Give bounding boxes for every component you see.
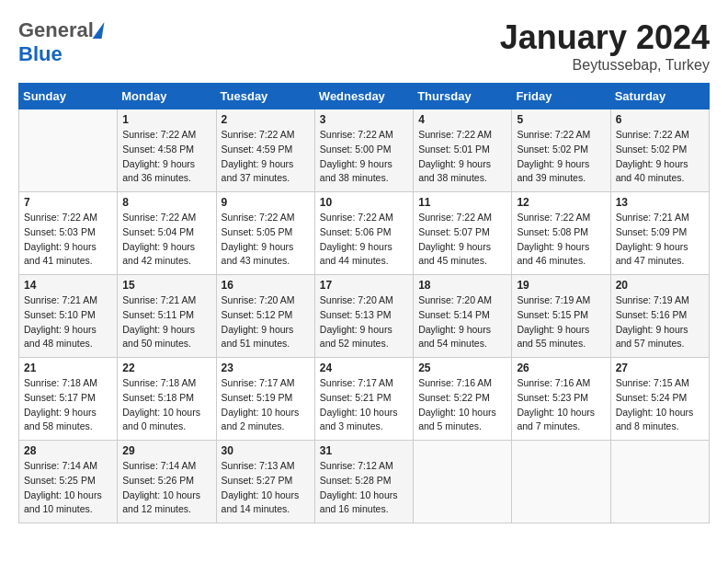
calendar-cell: 10Sunrise: 7:22 AMSunset: 5:06 PMDayligh… — [314, 192, 413, 275]
title-section: January 2024 Beytussebap, Turkey — [500, 18, 710, 74]
calendar-cell: 31Sunrise: 7:12 AMSunset: 5:28 PMDayligh… — [314, 441, 413, 523]
day-detail: Daylight: 10 hours and 12 minutes. — [122, 488, 210, 518]
day-detail: Sunrise: 7:19 AM — [517, 293, 605, 308]
calendar-cell: 9Sunrise: 7:22 AMSunset: 5:05 PMDaylight… — [216, 192, 314, 275]
day-info: Sunrise: 7:14 AMSunset: 5:25 PMDaylight:… — [24, 459, 112, 517]
calendar-cell: 16Sunrise: 7:20 AMSunset: 5:12 PMDayligh… — [216, 275, 314, 358]
day-info: Sunrise: 7:22 AMSunset: 5:06 PMDaylight:… — [320, 211, 408, 269]
day-detail: Daylight: 9 hours and 39 minutes. — [517, 157, 605, 187]
day-detail: Sunrise: 7:22 AM — [517, 211, 605, 225]
day-info: Sunrise: 7:20 AMSunset: 5:13 PMDaylight:… — [320, 293, 408, 351]
calendar-cell: 23Sunrise: 7:17 AMSunset: 5:19 PMDayligh… — [216, 358, 314, 441]
calendar-cell — [610, 441, 709, 523]
day-info: Sunrise: 7:20 AMSunset: 5:14 PMDaylight:… — [418, 293, 506, 351]
calendar-cell: 2Sunrise: 7:22 AMSunset: 4:59 PMDaylight… — [216, 109, 314, 192]
day-detail: Sunset: 5:06 PM — [320, 225, 408, 240]
calendar-week-row: 14Sunrise: 7:21 AMSunset: 5:10 PMDayligh… — [19, 275, 710, 358]
calendar-week-row: 7Sunrise: 7:22 AMSunset: 5:03 PMDaylight… — [19, 192, 710, 275]
day-info: Sunrise: 7:22 AMSunset: 4:59 PMDaylight:… — [222, 128, 310, 186]
calendar-cell — [512, 441, 610, 523]
day-detail: Sunset: 5:00 PM — [320, 143, 408, 157]
calendar-week-row: 1Sunrise: 7:22 AMSunset: 4:58 PMDaylight… — [19, 109, 710, 192]
day-detail: Daylight: 10 hours and 0 minutes. — [122, 406, 210, 435]
day-detail: Sunset: 4:59 PM — [222, 143, 310, 157]
day-detail: Sunrise: 7:22 AM — [320, 128, 408, 143]
day-header-thursday: Thursday — [414, 84, 512, 109]
day-info: Sunrise: 7:22 AMSunset: 5:02 PMDaylight:… — [616, 128, 704, 186]
day-number: 9 — [222, 196, 310, 209]
day-detail: Sunset: 5:01 PM — [418, 143, 506, 157]
day-detail: Sunrise: 7:22 AM — [24, 211, 112, 225]
day-detail: Sunrise: 7:18 AM — [122, 376, 210, 391]
calendar-cell: 25Sunrise: 7:16 AMSunset: 5:22 PMDayligh… — [414, 358, 512, 441]
day-detail: Daylight: 9 hours and 38 minutes. — [418, 157, 506, 187]
day-detail: Sunset: 4:58 PM — [122, 143, 210, 157]
day-detail: Sunset: 5:13 PM — [320, 308, 408, 323]
day-info: Sunrise: 7:19 AMSunset: 5:15 PMDaylight:… — [517, 293, 605, 351]
day-detail: Sunrise: 7:22 AM — [222, 211, 310, 225]
calendar-cell: 29Sunrise: 7:14 AMSunset: 5:26 PMDayligh… — [118, 441, 216, 523]
day-detail: Daylight: 9 hours and 55 minutes. — [517, 323, 605, 352]
day-number: 21 — [24, 362, 112, 374]
day-number: 22 — [122, 362, 210, 374]
calendar-cell: 26Sunrise: 7:16 AMSunset: 5:23 PMDayligh… — [512, 358, 610, 441]
day-detail: Sunrise: 7:17 AM — [320, 376, 408, 391]
day-detail: Sunset: 5:12 PM — [222, 308, 310, 323]
calendar-body: 1Sunrise: 7:22 AMSunset: 4:58 PMDaylight… — [19, 109, 710, 523]
calendar-cell: 13Sunrise: 7:21 AMSunset: 5:09 PMDayligh… — [610, 192, 709, 275]
day-number: 19 — [517, 279, 605, 292]
day-info: Sunrise: 7:22 AMSunset: 5:03 PMDaylight:… — [24, 211, 112, 269]
logo-general: General — [18, 18, 94, 42]
day-detail: Daylight: 10 hours and 10 minutes. — [24, 488, 112, 518]
day-detail: Sunset: 5:08 PM — [517, 225, 605, 240]
day-number: 24 — [320, 362, 408, 374]
day-info: Sunrise: 7:22 AMSunset: 5:05 PMDaylight:… — [222, 211, 310, 269]
logo-triangle-icon — [93, 22, 107, 39]
day-info: Sunrise: 7:22 AMSunset: 5:01 PMDaylight:… — [418, 128, 506, 186]
day-number: 15 — [122, 279, 210, 292]
day-info: Sunrise: 7:22 AMSunset: 5:04 PMDaylight:… — [122, 211, 210, 269]
day-info: Sunrise: 7:21 AMSunset: 5:10 PMDaylight:… — [24, 293, 112, 351]
day-detail: Sunset: 5:19 PM — [222, 391, 310, 406]
page-header: General Blue January 2024 Beytussebap, T… — [18, 18, 710, 74]
calendar-cell: 18Sunrise: 7:20 AMSunset: 5:14 PMDayligh… — [414, 275, 512, 358]
day-detail: Daylight: 9 hours and 40 minutes. — [616, 157, 704, 187]
day-detail: Sunrise: 7:20 AM — [320, 293, 408, 308]
day-number: 30 — [222, 444, 310, 457]
calendar-cell: 7Sunrise: 7:22 AMSunset: 5:03 PMDaylight… — [19, 192, 118, 275]
day-number: 4 — [418, 113, 506, 126]
calendar-cell: 28Sunrise: 7:14 AMSunset: 5:25 PMDayligh… — [19, 441, 118, 523]
day-detail: Daylight: 9 hours and 51 minutes. — [222, 323, 310, 352]
day-info: Sunrise: 7:22 AMSunset: 5:08 PMDaylight:… — [517, 211, 605, 269]
day-detail: Sunset: 5:14 PM — [418, 308, 506, 323]
day-number: 13 — [616, 196, 704, 209]
day-detail: Daylight: 9 hours and 57 minutes. — [616, 323, 704, 352]
day-detail: Sunrise: 7:22 AM — [122, 128, 210, 143]
day-detail: Sunrise: 7:21 AM — [24, 293, 112, 308]
day-detail: Daylight: 10 hours and 7 minutes. — [517, 406, 605, 435]
calendar-table: SundayMondayTuesdayWednesdayThursdayFrid… — [18, 83, 710, 523]
day-detail: Daylight: 10 hours and 2 minutes. — [222, 406, 310, 435]
day-detail: Daylight: 9 hours and 45 minutes. — [418, 240, 506, 270]
day-detail: Sunset: 5:25 PM — [24, 474, 112, 488]
day-header-monday: Monday — [118, 84, 216, 109]
calendar-cell: 1Sunrise: 7:22 AMSunset: 4:58 PMDaylight… — [118, 109, 216, 192]
day-detail: Daylight: 10 hours and 16 minutes. — [320, 488, 408, 518]
day-detail: Sunset: 5:03 PM — [24, 225, 112, 240]
day-detail: Sunrise: 7:13 AM — [222, 459, 310, 474]
calendar-cell: 30Sunrise: 7:13 AMSunset: 5:27 PMDayligh… — [216, 441, 314, 523]
day-detail: Sunset: 5:28 PM — [320, 474, 408, 488]
day-detail: Sunrise: 7:20 AM — [418, 293, 506, 308]
calendar-week-row: 28Sunrise: 7:14 AMSunset: 5:25 PMDayligh… — [19, 441, 710, 523]
calendar-cell: 21Sunrise: 7:18 AMSunset: 5:17 PMDayligh… — [19, 358, 118, 441]
day-detail: Daylight: 9 hours and 48 minutes. — [24, 323, 112, 352]
calendar-cell: 6Sunrise: 7:22 AMSunset: 5:02 PMDaylight… — [610, 109, 709, 192]
logo: General Blue — [18, 18, 104, 66]
day-info: Sunrise: 7:22 AMSunset: 4:58 PMDaylight:… — [122, 128, 210, 186]
day-number: 7 — [24, 196, 112, 209]
day-detail: Sunrise: 7:22 AM — [122, 211, 210, 225]
day-header-sunday: Sunday — [19, 84, 118, 109]
day-info: Sunrise: 7:21 AMSunset: 5:09 PMDaylight:… — [616, 211, 704, 269]
day-info: Sunrise: 7:17 AMSunset: 5:19 PMDaylight:… — [222, 376, 310, 434]
day-detail: Daylight: 10 hours and 8 minutes. — [616, 406, 704, 435]
